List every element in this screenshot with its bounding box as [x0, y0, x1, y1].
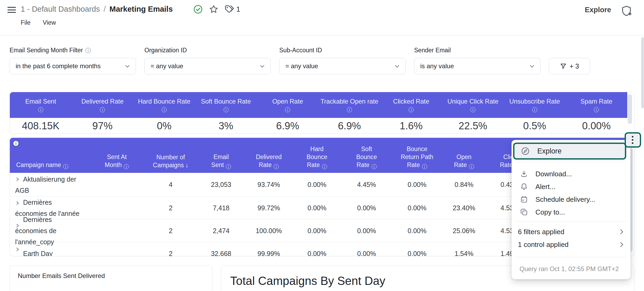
info-icon[interactable]: i [38, 107, 43, 112]
top-bar: 1 - Default Dashboards / Marketing Email… [0, 0, 644, 35]
hard-bounce-cell: 0.00% [293, 219, 341, 242]
info-icon[interactable]: i [224, 107, 229, 112]
copy-icon [520, 208, 528, 216]
sent-month-cell [89, 219, 144, 242]
kpi-header: Soft Bounce Ratei [195, 92, 257, 118]
campaign-name-cell: Dernières économies de l'année_copy [10, 219, 89, 242]
info-icon[interactable]: i [100, 107, 105, 112]
tile-title: Total Campaigns By Sent Day [230, 274, 385, 288]
column-header-email-sent[interactable]: Email Senti [197, 138, 245, 173]
kpi-tile-scrollbar[interactable] [628, 94, 632, 124]
info-icon[interactable]: i [347, 107, 352, 112]
tile-info-icon[interactable]: i [13, 140, 19, 146]
expand-chevron-icon[interactable] [16, 177, 19, 181]
menu-items: Download... Alert... Schedule delivery..… [512, 168, 630, 219]
filter-label-sender: Sender Email [414, 47, 451, 54]
sent-month-cell [89, 242, 144, 256]
chevron-down-icon [125, 65, 130, 68]
info-icon[interactable]: i [63, 164, 68, 169]
page-scrollbar[interactable] [641, 37, 644, 108]
admin-shield-icon[interactable]: ✱ [621, 5, 632, 17]
info-icon[interactable]: i [409, 107, 414, 112]
dashboard-screen: 1 - Default Dashboards / Marketing Email… [0, 0, 644, 291]
chevron-down-icon [260, 65, 265, 68]
info-icon[interactable]: i [162, 107, 167, 112]
sort-desc-icon: ↓ [185, 162, 188, 169]
kpi-header: Hard Bounce Ratei [133, 92, 195, 118]
tile-actions-kebab-button[interactable] [627, 134, 638, 146]
filter-subaccount-select[interactable]: = any value [279, 58, 406, 74]
info-icon[interactable]: i [532, 107, 537, 112]
open-rate-cell: 25.06% [442, 219, 486, 242]
explore-nav-link[interactable]: Explore [585, 6, 611, 14]
chevron-right-icon [619, 229, 624, 235]
menu-divider [515, 162, 627, 162]
soft-bounce-cell: 0.00% [341, 219, 392, 242]
column-header-hard-bounce-rate[interactable]: Hard Bounce Ratei [293, 138, 341, 173]
sent-month-cell [89, 173, 144, 196]
menu-item-filters-applied[interactable]: 6 filters applied [512, 225, 630, 238]
expand-chevron-icon[interactable] [16, 201, 19, 205]
applied-section: 6 filters applied 1 control applied [512, 225, 630, 251]
column-header-number-of-campaigns[interactable]: Number of Campaigns↓ [144, 138, 197, 173]
more-filters-button[interactable]: + 3 [549, 58, 590, 74]
open-rate-cell: 23.40% [442, 197, 486, 219]
email-sent-cell: 23,053 [197, 173, 245, 196]
kpi-header: Spam Ratei [565, 92, 627, 118]
expand-chevron-icon[interactable] [16, 247, 19, 251]
info-icon[interactable]: i [285, 107, 290, 112]
column-header-delivered-rate[interactable]: Delivered Ratei [245, 138, 293, 173]
hamburger-menu-icon[interactable] [7, 6, 16, 14]
menu-item-schedule-delivery[interactable]: Schedule delivery... [512, 193, 630, 206]
info-icon[interactable]: i [124, 164, 129, 169]
bounce-return-cell: 0.00% [392, 197, 442, 219]
info-icon[interactable]: i [226, 164, 231, 169]
tile-title: Number Emails Sent Delivered [18, 272, 105, 280]
kpi-header: Open Ratei [257, 92, 319, 118]
info-icon[interactable]: i [85, 48, 91, 53]
menu-item-download[interactable]: Download... [512, 168, 630, 180]
hard-bounce-cell: 0.00% [293, 197, 341, 219]
soft-bounce-cell: 0.00% [341, 242, 392, 256]
email-sent-cell: 7,418 [197, 197, 245, 219]
menu-item-copy-to[interactable]: Copy to... [512, 206, 630, 219]
filter-sender-select[interactable]: is any value [414, 58, 540, 74]
filter-organization-select[interactable]: = any value [144, 58, 271, 74]
filter-month-select[interactable]: in the past 6 complete months [10, 58, 136, 74]
kpi-header: Unsubscribe Ratei [504, 92, 566, 118]
info-icon[interactable]: i [470, 107, 475, 112]
open-rate-cell: 1.54% [442, 242, 486, 256]
menu-divider [515, 221, 627, 221]
column-header-open-rate[interactable]: Open Ratei [442, 138, 486, 173]
kpi-value: 1.6% [380, 118, 442, 134]
menu-item-alert[interactable]: Alert... [512, 180, 630, 193]
tile-actions-menu: Explore Download... Alert... [512, 140, 630, 279]
expand-chevron-icon[interactable] [16, 224, 19, 228]
verified-check-icon [193, 5, 203, 14]
menu-item-explore[interactable]: Explore [513, 143, 626, 160]
info-icon[interactable]: i [372, 164, 377, 169]
menu-item-control-applied[interactable]: 1 control applied [512, 238, 630, 251]
file-menu[interactable]: File [21, 19, 31, 26]
hard-bounce-cell: 0.00% [293, 173, 341, 196]
view-menu[interactable]: View [43, 19, 56, 26]
filter-label-organization: Organization ID [144, 47, 187, 54]
info-icon[interactable]: i [274, 164, 279, 169]
breadcrumb-folder-link[interactable]: 1 - Default Dashboards [21, 5, 100, 14]
tags-indicator[interactable]: 1 [225, 5, 240, 14]
column-header-bounce-return-path-rate[interactable]: Bounce Return Path Ratei [392, 138, 442, 173]
compass-icon [521, 147, 530, 156]
svg-text:✱: ✱ [628, 11, 632, 16]
info-icon[interactable]: i [594, 107, 599, 112]
info-icon[interactable]: i [422, 164, 427, 169]
kebab-focus-ring [625, 132, 641, 148]
info-icon[interactable]: i [322, 164, 327, 169]
campaign-name-cell: Aktualisierung der AGB [10, 173, 89, 196]
column-header-campaign-name[interactable]: Campaign namei [10, 138, 89, 173]
column-header-sent-at-month[interactable]: Sent At Monthi [89, 138, 144, 173]
column-header-soft-bounce-rate[interactable]: Soft Bounce Ratei [341, 138, 392, 173]
favorite-star-icon[interactable] [209, 4, 219, 14]
email-sent-cell: 2,474 [197, 219, 245, 242]
campaigns-cell: 2 [144, 242, 197, 256]
info-icon[interactable]: i [469, 164, 474, 169]
